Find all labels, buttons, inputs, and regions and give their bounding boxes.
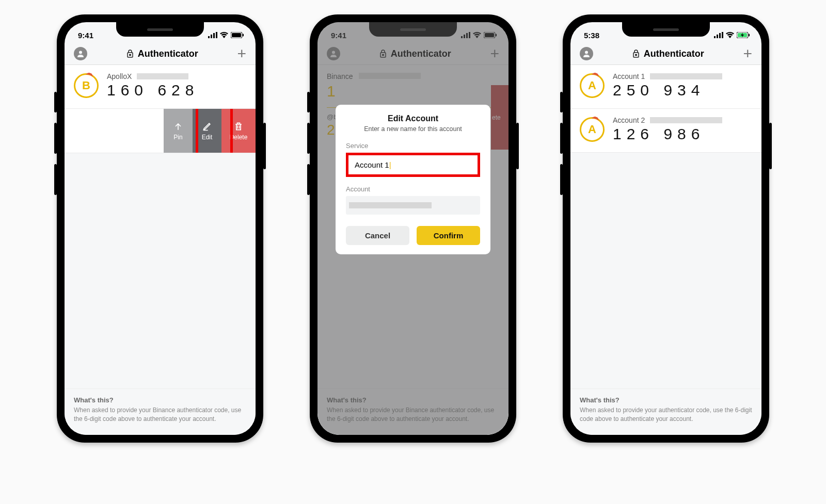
lock-icon: [126, 50, 134, 58]
cancel-button[interactable]: Cancel: [346, 226, 409, 245]
app-title: Authenticator: [632, 48, 704, 59]
app-header: Authenticator +: [65, 43, 256, 65]
edit-account-modal: Edit Account Enter a new name for this a…: [336, 105, 490, 254]
account-label: Account: [346, 185, 480, 193]
phone-frame-3: 5:38 Authenticator + A Accou: [563, 14, 769, 443]
wifi-icon: [220, 32, 228, 38]
edit-icon: [202, 121, 212, 132]
progress-ring: B: [74, 73, 99, 98]
totp-code: 126 986: [613, 125, 752, 143]
battery-icon: [231, 32, 244, 38]
svg-rect-2: [213, 33, 215, 38]
svg-rect-20: [714, 36, 716, 38]
svg-rect-21: [717, 35, 718, 38]
battery-charging-icon: [737, 32, 750, 38]
screen-2: 9:41 Authenticator + Binance 1: [317, 22, 509, 435]
svg-rect-6: [232, 33, 241, 37]
delete-button[interactable]: Delete: [221, 109, 256, 153]
device-notch: [116, 22, 204, 37]
add-account-button[interactable]: +: [237, 48, 246, 59]
svg-rect-22: [719, 33, 721, 38]
add-account-button[interactable]: +: [743, 48, 752, 59]
account-input[interactable]: [346, 196, 480, 215]
redacted-text: [650, 117, 722, 123]
svg-point-7: [79, 51, 82, 54]
status-icons: [208, 32, 244, 38]
screen-3: 5:38 Authenticator + A Accou: [570, 22, 761, 435]
help-title: What's this?: [74, 396, 246, 404]
phone-frame-2: 9:41 Authenticator + Binance 1: [310, 14, 516, 443]
help-title: What's this?: [580, 396, 752, 404]
help-footer: What's this? When asked to provide your …: [65, 388, 256, 435]
status-time: 9:41: [78, 31, 93, 40]
redacted-text: [650, 73, 722, 79]
svg-rect-9: [129, 54, 131, 56]
help-body: When asked to provide your authenticator…: [580, 406, 752, 424]
redacted-text: [137, 73, 188, 79]
profile-button[interactable]: [580, 47, 593, 60]
pin-button[interactable]: Pin: [164, 109, 193, 153]
service-input[interactable]: Account 1|: [346, 153, 480, 177]
svg-rect-3: [216, 32, 217, 38]
account-card[interactable]: A Account 2 126 986: [570, 109, 761, 153]
svg-rect-0: [208, 36, 210, 38]
phone-frame-1: 9:41 Authenticator + B Apoll: [57, 14, 263, 443]
app-header: Authenticator +: [570, 43, 761, 65]
account-card[interactable]: B ApolloX 160 628: [65, 65, 256, 109]
service-label: Service: [346, 142, 480, 150]
screen-1: 9:41 Authenticator + B Apoll: [65, 22, 256, 435]
account-name: Account 1: [613, 72, 645, 80]
confirm-button[interactable]: Confirm: [417, 226, 480, 245]
svg-rect-23: [722, 32, 723, 38]
user-icon: [77, 50, 84, 57]
svg-rect-25: [749, 34, 750, 37]
wifi-icon: [726, 32, 734, 38]
app-title: Authenticator: [126, 48, 198, 59]
svg-rect-5: [243, 34, 244, 37]
edit-button[interactable]: Edit: [193, 109, 221, 153]
profile-button[interactable]: [74, 47, 87, 60]
totp-code: 250 934: [613, 82, 752, 99]
swipe-actions: Pin Edit Delete: [164, 109, 256, 153]
modal-subtitle: Enter a new name for this account: [346, 125, 480, 133]
pin-icon: [173, 121, 183, 132]
account-card-swiped[interactable]: inance.com 265 Pin Edit Delet: [65, 109, 256, 153]
account-list[interactable]: B ApolloX 160 628 inance.com 265: [65, 65, 256, 388]
totp-code: 160 628: [107, 82, 246, 99]
account-name: ApolloX: [107, 72, 132, 80]
modal-title: Edit Account: [346, 114, 480, 123]
trash-icon: [233, 121, 244, 132]
device-notch: [622, 22, 710, 37]
progress-ring: A: [580, 73, 605, 98]
cellular-icon: [714, 32, 723, 38]
svg-rect-29: [635, 54, 637, 56]
svg-point-27: [585, 51, 588, 54]
account-name: Account 2: [613, 116, 645, 124]
lock-icon: [632, 50, 640, 58]
account-list[interactable]: A Account 1 250 934 A Account 2 126 986: [570, 65, 761, 388]
redacted-text: [349, 202, 432, 208]
progress-ring: A: [580, 117, 605, 142]
status-time: 5:38: [584, 31, 599, 40]
cellular-icon: [208, 32, 217, 38]
account-card[interactable]: A Account 1 250 934: [570, 65, 761, 109]
help-body: When asked to provide your Binance authe…: [74, 406, 246, 424]
help-footer: What's this? When asked to provide your …: [570, 388, 761, 435]
svg-rect-1: [211, 35, 212, 38]
status-icons: [714, 32, 750, 38]
user-icon: [583, 50, 590, 57]
modal-overlay[interactable]: Edit Account Enter a new name for this a…: [317, 22, 509, 435]
